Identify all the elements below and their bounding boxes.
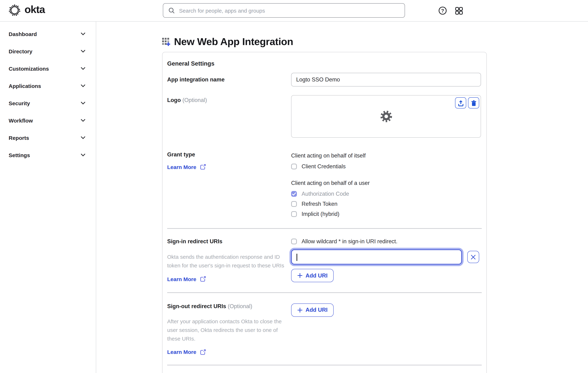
logo-optional-label: (Optional) — [182, 97, 207, 103]
sidebar-item-directory[interactable]: Directory — [0, 43, 96, 60]
apps-grid-icon[interactable] — [455, 6, 463, 15]
checkbox-unchecked — [291, 211, 297, 217]
gear-icon — [379, 109, 393, 124]
grant-type-label: Grant type — [167, 151, 287, 158]
upload-logo-button[interactable] — [455, 97, 466, 108]
checkbox-checked — [291, 191, 297, 197]
plus-icon — [297, 273, 303, 278]
sign-out-optional-label: (Optional) — [228, 303, 252, 309]
checkbox-refresh-token[interactable]: Refresh Token — [291, 201, 481, 207]
okta-aura-icon — [8, 4, 21, 17]
section-divider — [167, 292, 482, 293]
checkbox-unchecked — [291, 164, 297, 169]
sidebar-item-customizations[interactable]: Customizations — [0, 60, 96, 77]
main-content: New Web App Integration General Settings… — [96, 22, 588, 373]
sidebar-nav: Dashboard Directory Customizations Appli… — [0, 22, 96, 373]
app-name-label: App integration name — [167, 76, 225, 83]
chevron-down-icon — [81, 102, 85, 105]
okta-admin-window: okta Search for people, apps and groups … — [0, 0, 588, 373]
sign-in-uris-description: Okta sends the authentication response a… — [167, 253, 288, 270]
chevron-down-icon — [81, 67, 85, 70]
top-bar: okta Search for people, apps and groups … — [0, 0, 588, 22]
checkbox-client-credentials[interactable]: Client Credentials — [291, 163, 481, 170]
checkbox-implicit-hybrid[interactable]: Implicit (hybrid) — [291, 211, 481, 217]
app-integration-icon — [162, 37, 171, 46]
okta-logo[interactable]: okta — [8, 4, 45, 17]
search-icon — [168, 7, 175, 14]
checkbox-unchecked — [291, 239, 297, 244]
sidebar-item-security[interactable]: Security — [0, 95, 96, 112]
section-divider — [167, 365, 482, 365]
sign-in-uri-input[interactable] — [291, 249, 462, 265]
chevron-down-icon — [81, 154, 85, 156]
chevron-down-icon — [81, 136, 85, 139]
sidebar-item-applications[interactable]: Applications — [0, 77, 96, 95]
external-link-icon — [199, 276, 206, 282]
text-caret — [296, 254, 297, 261]
sidebar-item-settings[interactable]: Settings — [0, 146, 96, 164]
sign-out-learn-more-link[interactable]: Learn More — [167, 349, 206, 355]
checkbox-authorization-code[interactable]: Authorization Code — [291, 191, 481, 197]
external-link-icon — [199, 164, 206, 170]
remove-uri-button[interactable] — [467, 251, 479, 263]
page-title: New Web App Integration — [174, 35, 293, 49]
checkbox-unchecked — [291, 201, 297, 207]
grant-learn-more-link[interactable]: Learn More — [167, 164, 206, 170]
chevron-down-icon — [81, 32, 85, 35]
add-sign-out-uri-button[interactable]: Add URI — [291, 303, 334, 317]
sidebar-item-reports[interactable]: Reports — [0, 129, 96, 146]
add-sign-in-uri-button[interactable]: Add URI — [291, 269, 334, 282]
close-icon — [471, 255, 476, 259]
sign-out-uris-label: Sign-out redirect URIs — [167, 303, 226, 309]
general-settings-heading: General Settings — [167, 59, 483, 67]
logo-label: Logo — [167, 97, 181, 103]
sidebar-item-dashboard[interactable]: Dashboard — [0, 25, 96, 43]
grant-group-user-heading: Client acting on behalf of a user — [291, 179, 481, 187]
sidebar-item-workflow[interactable]: Workflow — [0, 112, 96, 129]
checkbox-allow-wildcard[interactable]: Allow wildcard * in sign-in URI redirect… — [291, 238, 481, 245]
app-name-input[interactable] — [291, 73, 481, 86]
grant-group-self-heading: Client acting on behalf of itself — [291, 152, 481, 160]
sign-out-uris-description: After your application contacts Okta to … — [167, 317, 282, 343]
chevron-down-icon — [81, 84, 85, 87]
svg-text:?: ? — [441, 8, 444, 13]
general-settings-card: General Settings App integration name Lo… — [162, 52, 487, 373]
upload-icon — [457, 99, 464, 107]
sign-in-uris-label: Sign-in redirect URIs — [167, 238, 287, 245]
chevron-down-icon — [81, 119, 85, 122]
section-divider — [167, 228, 482, 229]
delete-logo-button[interactable] — [468, 97, 479, 108]
logo-preview-box — [291, 95, 481, 138]
sign-in-learn-more-link[interactable]: Learn More — [167, 276, 206, 282]
external-link-icon — [199, 349, 206, 355]
okta-wordmark: okta — [24, 4, 45, 16]
chevron-down-icon — [81, 50, 85, 53]
global-search[interactable]: Search for people, apps and groups — [163, 3, 405, 18]
search-placeholder: Search for people, apps and groups — [179, 7, 265, 13]
help-icon[interactable]: ? — [438, 6, 447, 15]
plus-icon — [297, 307, 303, 313]
trash-icon — [470, 99, 477, 107]
